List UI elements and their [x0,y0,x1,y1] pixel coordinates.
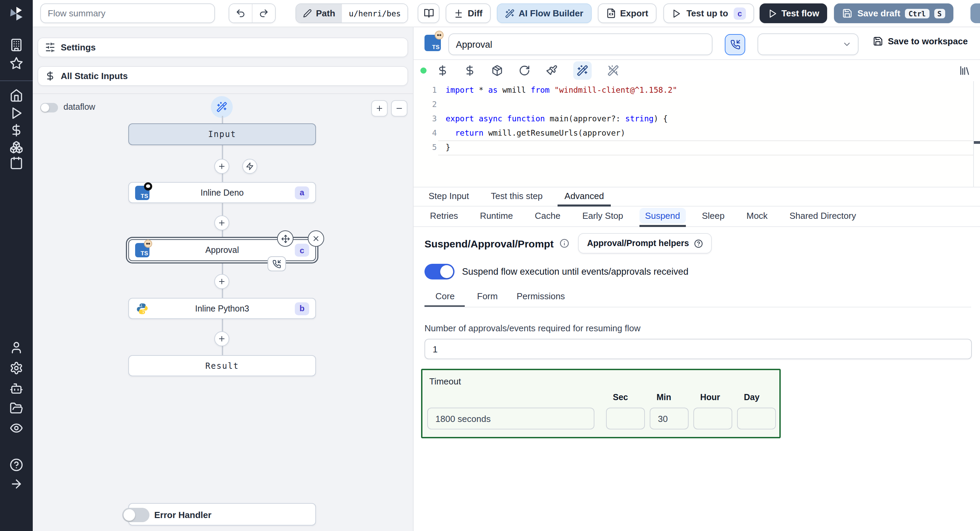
all-static-inputs-button[interactable]: All Static Inputs [38,66,408,86]
dependencies-icon[interactable] [492,65,503,76]
step-tabs: Step Input Test this step Advanced [414,187,980,206]
save-to-workspace-button[interactable]: Save to workspace [873,36,968,46]
insert-step-button[interactable] [214,159,229,174]
tab-test-this-step[interactable]: Test this step [484,187,550,206]
insert-step-button[interactable] [214,274,229,289]
tab-permissions[interactable]: Permissions [517,291,565,301]
suspend-indicator-chip[interactable] [267,256,286,271]
error-handler-bar[interactable]: Error Handler [128,503,316,526]
diff-button[interactable]: Diff [446,3,491,23]
test-flow-button[interactable]: Test flow [760,3,827,23]
library-icon[interactable] [959,65,970,76]
timeout-hour-input[interactable] [694,407,732,430]
export-button[interactable]: Export [598,3,656,23]
tab-suspend[interactable]: Suspend [640,206,686,227]
reload-icon[interactable] [519,65,530,76]
folders-icon[interactable] [10,401,23,415]
help-icon[interactable] [10,458,23,472]
variables-icon[interactable] [10,124,23,137]
phone-incoming-icon [272,259,281,268]
windmill-logo[interactable] [8,5,25,22]
docs-button[interactable] [418,3,440,23]
code-editor[interactable]: 12345 import * as wmill from "windmill-c… [414,81,980,187]
diff-icon [454,8,464,18]
ai-gen-off-icon[interactable] [608,65,619,76]
suspend-toggle[interactable] [425,264,455,279]
workspace-script-dropdown[interactable] [757,33,859,55]
insert-trigger-button[interactable] [242,159,257,174]
info-icon[interactable] [560,239,569,248]
workspace-icon[interactable] [10,38,23,52]
insert-step-button[interactable] [214,331,229,346]
tab-advanced[interactable]: Advanced [558,187,611,206]
timeout-min-input[interactable] [650,407,689,430]
runs-icon[interactable] [10,106,23,120]
flow-summary-input[interactable] [40,3,215,23]
tab-core[interactable]: Core [435,291,455,301]
editor-scrollbar-thumb[interactable] [974,141,980,144]
error-handler-toggle[interactable] [122,508,150,522]
users-icon[interactable] [10,341,23,355]
path-button[interactable]: Path u/henri/bes [296,3,409,23]
tab-shared-directory[interactable]: Shared Directory [784,206,862,227]
timeout-sec-input[interactable] [606,407,645,430]
resources-picker-icon[interactable] [464,65,476,76]
deploy-button-cropped[interactable] [970,3,980,23]
path-value: u/henri/bes [349,8,401,18]
test-up-to-label: Test up to [687,8,728,18]
node-inline-python3[interactable]: Inline Python3 b [128,298,316,319]
approval-prompt-helpers-button[interactable]: Approval/Prompt helpers [578,233,711,254]
tab-retries[interactable]: Retries [425,206,463,227]
expand-rail-icon[interactable] [10,477,23,491]
error-handler-label: Error Handler [154,510,212,520]
workers-icon[interactable] [10,382,23,395]
minus-icon [395,104,403,113]
undo-button[interactable] [229,4,252,22]
delete-step-button[interactable] [308,230,324,247]
editor-scrollbar-track [973,81,974,187]
insert-step-button[interactable] [214,216,229,230]
format-icon[interactable] [546,65,558,76]
wand-sparkles-icon [505,8,515,18]
settings-gear-icon[interactable] [10,361,23,375]
path-value-segment[interactable]: u/henri/bes [342,4,407,22]
schedules-icon[interactable] [10,156,23,170]
approvals-required-input[interactable] [425,339,972,359]
step-id-badge: a [295,186,309,199]
favorites-icon[interactable] [10,57,23,70]
timeout-day-input[interactable] [737,407,776,430]
tab-sleep[interactable]: Sleep [697,206,730,227]
home-icon[interactable] [10,89,23,102]
save-draft-button[interactable]: Save draft Ctrl S [834,3,953,23]
suspend-phone-button[interactable] [725,34,745,55]
step-name-input[interactable] [449,33,713,55]
tab-early-stop[interactable]: Early Stop [577,206,628,227]
node-result[interactable]: Result [128,355,316,376]
path-edit-segment[interactable]: Path [296,4,342,22]
node-inline-deno[interactable]: Inline Deno a [128,182,316,203]
test-up-to-button[interactable]: Test up to c [663,3,754,23]
ai-flow-builder-button[interactable]: AI Flow Builder [497,3,591,23]
save-icon [843,8,853,18]
dataflow-toggle[interactable] [40,103,58,113]
node-input[interactable]: Input [128,124,316,145]
tab-cache[interactable]: Cache [529,206,566,227]
play-icon [671,8,681,18]
flow-settings-button[interactable]: Settings [38,38,408,57]
tab-mock[interactable]: Mock [741,206,773,227]
resources-icon[interactable] [10,140,23,154]
variables-picker-icon[interactable] [437,65,449,76]
ai-gen-button[interactable] [573,61,592,80]
redo-button[interactable] [253,4,275,22]
move-step-button[interactable] [277,230,293,247]
zoom-in-button[interactable] [371,100,388,117]
timeout-display-input[interactable] [427,407,594,430]
tab-step-input[interactable]: Step Input [422,187,476,206]
tab-runtime[interactable]: Runtime [474,206,518,227]
zoom-out-button[interactable] [391,100,407,117]
ai-step-suggestion-button[interactable] [211,96,233,118]
all-static-inputs-label: All Static Inputs [61,71,127,81]
advanced-tabs: Retries Runtime Cache Early Stop Suspend… [414,206,980,227]
tab-form[interactable]: Form [477,291,498,301]
audit-logs-icon[interactable] [10,421,23,435]
